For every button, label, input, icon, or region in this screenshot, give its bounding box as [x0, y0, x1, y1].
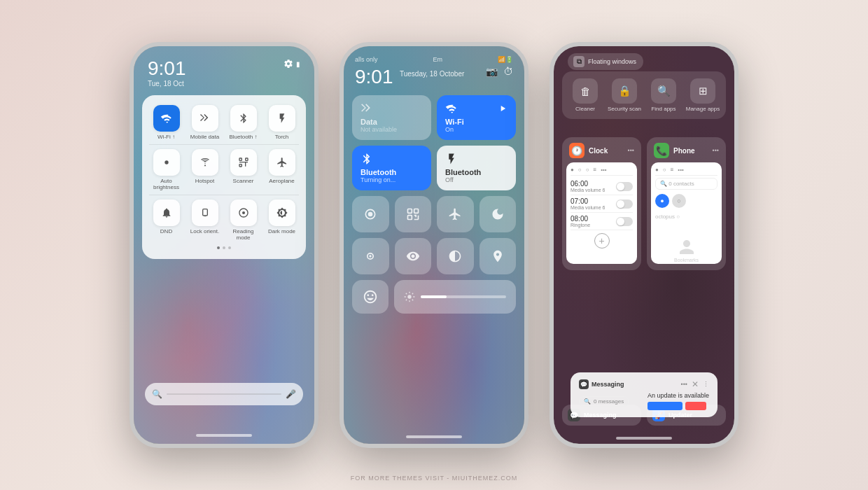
alarm-ctrl4: ≡ [594, 167, 597, 173]
home-indicator [196, 434, 252, 437]
phone-card-header: 📞 Phone ••• [647, 137, 726, 162]
clock-card[interactable]: 🕐 Clock ••• ● ○ ○ ≡ ••• [562, 137, 641, 270]
p2-status-text: alls only [355, 56, 378, 63]
cc-emoji-btn[interactable] [352, 280, 388, 314]
cp-hotspot-label: Hotspot [195, 178, 215, 184]
p2-top-icons: 📷 ⏱ [486, 66, 513, 77]
cc-record-btn[interactable] [352, 196, 389, 232]
phone-card-body: ● ○ ≡ ••• 🔍 0 contacts ● ○ octopus ○ [651, 162, 722, 264]
search-bar[interactable]: 🔍 🎤 [145, 383, 303, 405]
cc-bt-tile[interactable]: Bluetooth Turning on... [352, 146, 431, 190]
cp-scanner-label: Scanner [233, 178, 254, 184]
cp-divider2 [149, 195, 299, 195]
cc-data-tile[interactable]: Data Not available [352, 95, 431, 140]
cp-bluetooth[interactable]: Bluetooth ↑ [226, 105, 260, 140]
airplane-cc-icon [448, 207, 462, 221]
svg-rect-8 [407, 209, 412, 214]
cc-bottom-row [352, 280, 516, 314]
notif-close-btn[interactable]: ✕ [692, 379, 699, 389]
contacts-search[interactable]: 🔍 0 contacts [655, 178, 718, 190]
cc-wifi-tile[interactable]: Wi-Fi On [437, 95, 516, 140]
phone-controls: ● ○ ≡ ••• [655, 167, 718, 176]
cc-row3 [352, 196, 516, 232]
cp-airplane[interactable]: Aeroplane [265, 149, 299, 190]
cc-torch-tile[interactable]: Bluetooth Off [437, 146, 516, 190]
cp-airplane-label: Aeroplane [269, 178, 294, 184]
color-icon [363, 249, 377, 263]
eye-icon [406, 249, 420, 263]
cc-airplane-btn[interactable] [437, 196, 474, 232]
cc-torch-name: Bluetooth [445, 168, 507, 176]
alarm-ctrl1: ● [570, 167, 574, 173]
notif-expand-icon[interactable]: ⋮ [703, 381, 709, 388]
notif-more-icon[interactable]: ••• [681, 381, 687, 388]
cc-scan-btn[interactable] [395, 196, 432, 232]
cc-color-btn[interactable] [352, 238, 389, 274]
cc-moon-btn[interactable] [479, 196, 517, 232]
cc-location-btn[interactable] [479, 238, 517, 274]
cp-dark-label: Dark mode [268, 228, 295, 234]
cp-wifi[interactable]: Wi-Fi ↑ [149, 105, 183, 140]
clock-app-icon: 🕐 [569, 143, 584, 158]
svg-rect-10 [407, 216, 412, 220]
cc-tiles-row1: Data Not available Wi-Fi On [352, 95, 516, 140]
alarm-2-toggle[interactable] [616, 200, 633, 209]
qa-security[interactable]: 🔒 Security scan [607, 78, 642, 112]
cc-contrast-btn[interactable] [437, 238, 474, 274]
cp-torch[interactable]: Torch [265, 105, 299, 140]
notification-card: 💬 Messaging ••• ✕ ⋮ 🔍 0 messages [570, 372, 718, 417]
cp-scanner[interactable]: Scanner [226, 149, 260, 190]
cc-eye-btn[interactable] [395, 238, 432, 274]
cc-bt-sub: Turning on... [360, 176, 423, 183]
cp-hotspot[interactable]: Hotspot [188, 149, 222, 190]
manage-apps-label: Manage apps [686, 106, 720, 112]
floating-icon: ⧉ [573, 56, 584, 67]
notif-action-btn[interactable] [648, 402, 682, 410]
search-placeholder [167, 393, 281, 395]
cp-dnd[interactable]: DND [149, 200, 183, 241]
smiley-icon [363, 289, 378, 304]
notif-app-icon: 💬 [579, 379, 589, 389]
alarm-3-toggle[interactable] [616, 217, 633, 226]
floating-windows-bar[interactable]: ⧉ Floating windows [568, 53, 643, 70]
cp-lock-orient[interactable]: Lock orient. [188, 200, 222, 241]
svg-point-13 [407, 295, 411, 298]
cp-pagination [149, 246, 299, 249]
cc-brightness-slider[interactable] [394, 280, 516, 314]
p2-date: Tuesday, 18 October [400, 70, 464, 78]
svg-rect-4 [202, 209, 207, 216]
cp-dark[interactable]: Dark mode [265, 200, 299, 241]
manage-apps-icon: ⊞ [690, 78, 715, 104]
cp-reading[interactable]: Reading mode [226, 200, 260, 241]
add-alarm-btn[interactable]: + [594, 233, 610, 248]
brightness-fill [421, 295, 447, 298]
alarm-1-toggle[interactable] [616, 182, 633, 191]
cp-brightness[interactable]: Auto brightness [149, 149, 183, 190]
phone-menu-icon: ••• [713, 147, 719, 154]
apps-grid: 🕐 Clock ••• ● ○ ○ ≡ ••• [562, 137, 726, 270]
p2-battery-icons: 📶🔋 [498, 56, 513, 63]
phone-card[interactable]: 📞 Phone ••• ● ○ ≡ ••• 🔍 0 contacts [647, 137, 726, 270]
battery-icon: ▮ [296, 60, 300, 68]
notif-dismiss-btn[interactable] [685, 402, 706, 410]
phone-2: alls only Em 📶🔋 9:01 Tuesday, 18 October… [340, 42, 528, 448]
cp-mobile-data[interactable]: Mobile data [188, 105, 222, 140]
alarm-3-time: 08:00 Ringtone [570, 215, 590, 227]
qa-manage-apps[interactable]: ⊞ Manage apps [685, 78, 720, 112]
cc-data-sub: Not available [360, 126, 423, 133]
qa-cleaner[interactable]: 🗑 Cleaner [568, 78, 603, 112]
alarm-ctrl3: ○ [586, 167, 589, 173]
p2-time: 9:01 [355, 66, 393, 88]
notif-message: An update is available [648, 392, 709, 399]
svg-rect-2 [245, 158, 247, 160]
svg-rect-3 [239, 164, 241, 167]
phone-blue-btn: ● [655, 194, 669, 208]
svg-point-5 [242, 211, 245, 214]
qa-find-apps[interactable]: 🔍 Find apps [646, 78, 681, 112]
alarm-row-2: 07:00 Media volume 6 [570, 195, 633, 213]
cleaner-label: Cleaner [575, 106, 595, 112]
phone-btns: ● ○ [655, 194, 718, 208]
cp-lock-label: Lock orient. [190, 228, 219, 234]
scan-icon [406, 207, 420, 221]
cp-brightness-label: Auto brightness [149, 178, 183, 190]
